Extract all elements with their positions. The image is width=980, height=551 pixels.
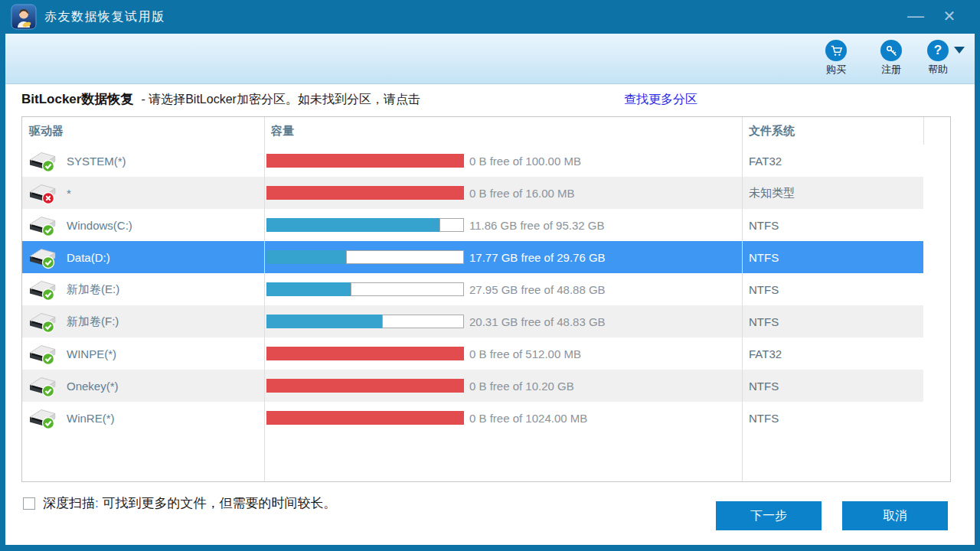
- drive-icon: [28, 213, 57, 237]
- capacity-text: 0 B free of 10.20 GB: [469, 380, 574, 393]
- capacity-bar: [266, 218, 464, 232]
- drive-name: Data(D:): [67, 251, 110, 264]
- table-row[interactable]: SYSTEM(*) 0 B free of 100.00 MB FAT32: [22, 145, 923, 177]
- drive-name: WINPE(*): [67, 347, 116, 360]
- capacity-bar: [266, 347, 464, 360]
- close-button[interactable]: ✕: [933, 0, 966, 34]
- title-bar[interactable]: 赤友数据恢复试用版 — ✕: [0, 0, 980, 34]
- drive-name: 新加卷(F:): [67, 315, 119, 329]
- buy-button[interactable]: 购买: [814, 40, 858, 77]
- filesystem-text: 未知类型: [749, 186, 795, 201]
- column-header-drive[interactable]: 驱动器: [22, 124, 264, 139]
- filesystem-text: NTFS: [749, 315, 779, 328]
- capacity-text: 0 B free of 1024.00 MB: [469, 412, 587, 425]
- filesystem-text: NTFS: [749, 412, 779, 425]
- table-row[interactable]: WinRE(*) 0 B free of 1024.00 MB NTFS: [22, 402, 923, 434]
- filesystem-text: NTFS: [749, 380, 779, 393]
- window-border-right: [975, 0, 980, 551]
- window-border-bottom: [0, 545, 980, 551]
- partition-table: 驱动器 容量 文件系统 SYSTEM(*) 0 B free of 100.00…: [21, 116, 951, 482]
- table-header: 驱动器 容量 文件系统: [22, 117, 950, 145]
- drive-icon: [28, 277, 57, 302]
- register-label: 注册: [869, 63, 913, 77]
- question-icon: ?: [927, 40, 949, 61]
- capacity-bar: [266, 186, 464, 200]
- capacity-bar: [266, 379, 464, 393]
- minimize-button[interactable]: —: [899, 0, 933, 34]
- column-header-filesystem[interactable]: 文件系统: [742, 124, 923, 139]
- filesystem-text: FAT32: [749, 155, 782, 168]
- capacity-text: 0 B free of 100.00 MB: [469, 155, 581, 168]
- key-icon: [880, 40, 902, 61]
- table-row[interactable]: 新加卷(E:) 27.95 GB free of 48.88 GB NTFS: [22, 273, 923, 305]
- column-divider-2: [742, 117, 743, 481]
- capacity-bar: [266, 411, 464, 425]
- capacity-text: 0 B free of 16.00 MB: [469, 187, 575, 200]
- filesystem-text: FAT32: [749, 347, 782, 360]
- column-header-capacity[interactable]: 容量: [264, 124, 742, 139]
- register-button[interactable]: 注册: [869, 40, 913, 77]
- drive-name: *: [67, 187, 71, 200]
- window-border-left: [0, 0, 5, 551]
- chevron-down-icon: [954, 47, 965, 54]
- page-subtitle: - 请选择BitLocker加密分区。如未找到分区，请点击: [141, 93, 420, 106]
- capacity-text: 20.31 GB free of 48.83 GB: [469, 315, 606, 328]
- drive-icon: [28, 406, 57, 430]
- app-icon: [11, 4, 37, 30]
- filesystem-text: NTFS: [749, 283, 779, 296]
- help-label: 帮助: [916, 63, 960, 77]
- capacity-bar: [266, 250, 464, 264]
- filesystem-text: NTFS: [749, 251, 779, 264]
- table-row[interactable]: Windows(C:) 11.86 GB free of 95.32 GB NT…: [22, 209, 923, 241]
- buy-label: 购买: [814, 63, 858, 77]
- table-row[interactable]: WINPE(*) 0 B free of 512.00 MB FAT32: [22, 337, 923, 370]
- drive-name: 新加卷(E:): [67, 282, 119, 297]
- drive-name: Onekey(*): [67, 380, 119, 393]
- window-title: 赤友数据恢复试用版: [44, 0, 165, 34]
- capacity-bar: [266, 154, 464, 168]
- drive-name: Windows(C:): [67, 219, 132, 232]
- deep-scan-checkbox[interactable]: [23, 497, 35, 510]
- table-row[interactable]: Onekey(*) 0 B free of 10.20 GB NTFS: [22, 370, 923, 402]
- table-row[interactable]: * 0 B free of 16.00 MB 未知类型: [22, 177, 923, 209]
- table-row[interactable]: 新加卷(F:) 20.31 GB free of 48.83 GB NTFS: [22, 305, 923, 337]
- drive-icon: [28, 245, 57, 269]
- filesystem-text: NTFS: [749, 219, 779, 232]
- find-more-partitions-link[interactable]: 查找更多分区: [624, 92, 697, 108]
- help-button[interactable]: ? 帮助: [916, 40, 960, 77]
- cancel-button[interactable]: 取消: [842, 501, 948, 530]
- app-window: 赤友数据恢复试用版 — ✕ 购买 注册: [0, 0, 980, 551]
- drive-name: SYSTEM(*): [67, 155, 126, 168]
- capacity-text: 27.95 GB free of 48.88 GB: [469, 283, 606, 296]
- capacity-bar: [266, 315, 464, 328]
- drive-icon: [28, 148, 57, 173]
- table-row[interactable]: Data(D:) 17.77 GB free of 29.76 GB NTFS: [22, 241, 923, 273]
- drive-icon: [28, 341, 57, 366]
- cart-icon: [825, 40, 847, 61]
- drive-icon: [28, 373, 57, 398]
- capacity-text: 11.86 GB free of 95.32 GB: [469, 219, 605, 232]
- deep-scan-label: 深度扫描: 可找到更多的文件，但需要的时间较长。: [43, 494, 336, 512]
- toolbar: 购买 注册 ? 帮助: [5, 34, 975, 84]
- column-divider-3: [923, 117, 924, 145]
- drive-icon: [28, 181, 57, 205]
- drive-icon: [28, 309, 57, 334]
- next-button[interactable]: 下一步: [716, 501, 822, 530]
- capacity-text: 17.77 GB free of 29.76 GB: [469, 251, 606, 264]
- drive-name: WinRE(*): [67, 412, 115, 425]
- capacity-text: 0 B free of 512.00 MB: [469, 347, 581, 360]
- page-title: BitLocker数据恢复: [21, 92, 133, 106]
- capacity-bar: [266, 282, 464, 296]
- table-body: SYSTEM(*) 0 B free of 100.00 MB FAT32 * …: [22, 145, 950, 434]
- column-divider-1: [264, 117, 265, 481]
- page-title-line: BitLocker数据恢复- 请选择BitLocker加密分区。如未找到分区，请…: [21, 90, 420, 112]
